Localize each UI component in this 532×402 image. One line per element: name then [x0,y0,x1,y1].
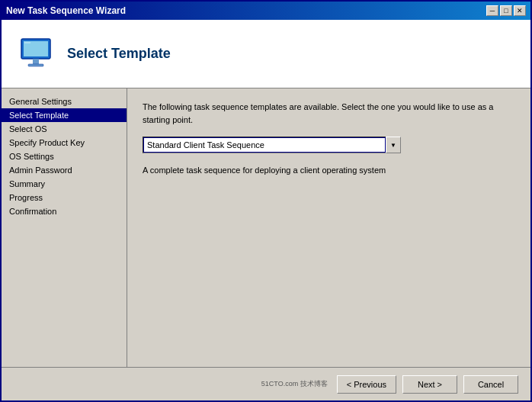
sidebar-item-progress[interactable]: Progress [2,191,127,204]
template-description: A complete task sequence for deploying a… [143,166,515,175]
template-dropdown-field[interactable]: Standard Client Task Sequence [143,137,386,153]
description-text: The following task sequence templates ar… [143,101,515,126]
wizard-footer: 51CTO.com 技术博客 < Previous Next > Cancel [2,367,530,400]
minimize-button[interactable]: ─ [486,5,498,16]
wizard-header: Select Template [2,20,530,88]
main-area: The following task sequence templates ar… [127,88,530,367]
sidebar-item-select-template[interactable]: Select Template [2,108,127,122]
window-title: New Task Sequence Wizard [6,5,126,16]
wizard-title: Select Template [67,46,171,62]
template-dropdown-wrapper: Standard Client Task Sequence ▼ [143,137,401,153]
sidebar-item-admin-password[interactable]: Admin Password [2,163,127,177]
wizard-content: Select Template General Settings Select … [2,20,530,400]
wizard-header-icon [17,35,55,73]
svg-rect-3 [28,64,43,66]
next-button[interactable]: Next > [402,375,457,394]
sidebar-item-general-settings[interactable]: General Settings [2,95,127,108]
svg-rect-1 [24,41,48,56]
previous-button[interactable]: < Previous [337,375,396,394]
svg-rect-2 [33,59,39,64]
wizard-body: General Settings Select Template Select … [2,88,530,367]
sidebar: General Settings Select Template Select … [2,88,127,367]
maximize-button[interactable]: □ [500,5,512,16]
close-button[interactable]: ✕ [514,5,526,16]
sidebar-item-specify-product-key[interactable]: Specify Product Key [2,136,127,150]
cancel-button[interactable]: Cancel [463,375,518,394]
dropdown-arrow-button[interactable]: ▼ [386,137,401,153]
template-dropdown-row: Standard Client Task Sequence ▼ [143,137,515,153]
window-controls: ─ □ ✕ [486,5,526,16]
wizard-window: New Task Sequence Wizard ─ □ ✕ [0,0,532,402]
watermark: 51CTO.com 技术博客 [261,379,328,389]
title-bar: New Task Sequence Wizard ─ □ ✕ [2,2,530,20]
sidebar-item-summary[interactable]: Summary [2,177,127,191]
sidebar-item-confirmation[interactable]: Confirmation [2,204,127,218]
sidebar-item-os-settings[interactable]: OS Settings [2,150,127,163]
sidebar-item-select-os[interactable]: Select OS [2,122,127,136]
